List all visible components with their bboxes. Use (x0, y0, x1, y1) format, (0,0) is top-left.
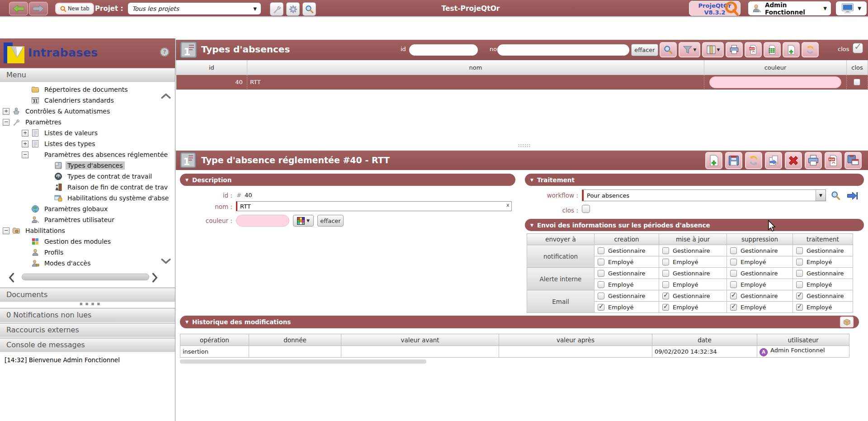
notifications-panel-header[interactable]: 0 Notifications non lues (0, 308, 175, 322)
back-button[interactable] (9, 2, 28, 15)
tree-item[interactable]: +Contrôles & Automatismes (0, 106, 173, 117)
menu-header[interactable]: Menu (0, 68, 175, 82)
pdf-button[interactable]: PDF (825, 152, 842, 169)
clos-filter-checkbox[interactable] (853, 43, 863, 53)
hist-col-date[interactable]: date (652, 334, 757, 346)
filter-button[interactable]: ▼ (679, 42, 700, 57)
envoi-checkbox[interactable] (662, 293, 669, 299)
id-filter-input[interactable] (409, 44, 478, 56)
workflow-goto-icon[interactable] (847, 191, 858, 201)
envoi-checkbox[interactable] (730, 304, 737, 311)
project-settings-button[interactable] (286, 2, 300, 16)
row-clos-checkbox[interactable] (854, 79, 860, 85)
shortcuts-panel-header[interactable]: Raccourcis externes (0, 323, 175, 337)
tree-expander-icon[interactable]: + (3, 108, 9, 115)
tree-item[interactable]: Paramètres globaux (0, 203, 173, 214)
col-header-couleur[interactable]: couleur (704, 60, 847, 75)
pdf-button[interactable]: PDF (745, 42, 762, 57)
tree-scroll-up-icon[interactable] (161, 93, 171, 99)
envoi-checkbox[interactable] (598, 293, 604, 299)
tree-hscrollbar-thumb[interactable] (22, 274, 149, 280)
save-button[interactable] (725, 152, 742, 169)
documents-panel-header[interactable]: Documents (0, 288, 175, 302)
color-picker-button[interactable]: ▼ (293, 215, 314, 227)
envoi-checkbox[interactable] (598, 304, 604, 311)
section-historique[interactable]: ▼ Historique des modifications (180, 316, 859, 328)
refresh-button[interactable] (802, 42, 819, 57)
envoi-checkbox[interactable] (662, 247, 669, 254)
console-panel-header[interactable]: Console de messages (0, 338, 175, 352)
print-button[interactable] (726, 42, 743, 57)
tree-item[interactable]: Raison de fin de contrat de trav (0, 182, 173, 193)
tree-item[interactable]: −Paramètres des absences réglementée (0, 149, 173, 160)
add-button[interactable] (783, 42, 800, 57)
tree-expander-icon[interactable]: − (3, 119, 9, 126)
hist-col-avant[interactable]: valeur avant (341, 334, 499, 346)
tree-item[interactable]: Types de contrat de travail (0, 171, 173, 182)
col-header-clos[interactable]: clos (846, 60, 868, 75)
envoi-checkbox[interactable] (730, 247, 737, 254)
clear-filter-button[interactable]: effacer (631, 44, 658, 56)
tree-item[interactable]: Répertoires de documents (0, 84, 173, 95)
hist-col-donnee[interactable]: donnée (249, 334, 341, 346)
envoi-checkbox[interactable] (796, 281, 803, 288)
envoi-checkbox[interactable] (662, 281, 669, 288)
hist-col-apres[interactable]: valeur après (499, 334, 652, 346)
envoi-checkbox[interactable] (730, 270, 737, 277)
tree-scroll-left-icon[interactable] (8, 273, 14, 282)
section-envoi[interactable]: ▼ Envoi des informations sur les période… (525, 219, 864, 231)
envoi-checkbox[interactable] (796, 293, 803, 299)
envoi-checkbox[interactable] (796, 270, 803, 277)
envoi-checkbox[interactable] (730, 281, 737, 288)
envoi-checkbox[interactable] (662, 304, 669, 311)
tree-scroll-right-icon[interactable] (152, 273, 158, 282)
archive-button[interactable] (840, 317, 854, 327)
envoi-checkbox[interactable] (796, 259, 803, 265)
tree-expander-icon[interactable]: + (22, 141, 28, 147)
col-header-nom[interactable]: nom (247, 60, 704, 75)
project-select[interactable]: Tous les projets ▼ (128, 3, 261, 14)
envoi-checkbox[interactable] (598, 259, 604, 265)
tree-expander-icon[interactable]: − (22, 151, 28, 158)
search-project-button[interactable] (302, 2, 316, 16)
tree-item[interactable]: +Listes de valeurs (0, 128, 173, 138)
envoi-checkbox[interactable] (796, 247, 803, 254)
tree-expander-icon[interactable]: + (22, 130, 28, 137)
edit-project-button[interactable] (270, 2, 283, 16)
envoi-checkbox[interactable] (598, 281, 604, 288)
tree-item[interactable]: Profils (0, 247, 173, 258)
panel-splitter-handle[interactable]: ■ ■ ■ ■ (80, 303, 101, 305)
tree-item[interactable]: −Habilitations (0, 225, 173, 236)
tree-item[interactable]: Paramètres utilisateur (0, 214, 173, 225)
tree-scroll-down-icon[interactable] (161, 258, 171, 265)
refresh-button[interactable] (745, 152, 762, 169)
tree-item[interactable]: Types d'absences (0, 160, 173, 171)
nom-filter-input[interactable] (497, 44, 629, 56)
envoi-checkbox[interactable] (662, 259, 669, 265)
nom-input[interactable] (236, 201, 512, 211)
copy-button[interactable] (765, 152, 782, 169)
panel-resize-handle[interactable]: ∙∙∙∙∙∙∙∙∙∙∙∙ (512, 144, 537, 147)
section-description[interactable]: ▼ Description (180, 174, 515, 186)
tree-item[interactable]: Modes d'accès (0, 258, 173, 269)
table-row[interactable]: 40 RTT (176, 75, 868, 90)
add-button[interactable] (705, 152, 722, 169)
delete-button[interactable] (785, 152, 802, 169)
clear-color-button[interactable]: effacer (317, 215, 344, 227)
tree-item[interactable]: Habilitations du système d'abse (0, 193, 173, 203)
user-menu-button[interactable]: Admin Fonctionnel ▼ (748, 1, 831, 15)
columns-button[interactable]: ▼ (702, 42, 724, 57)
tree-expander-icon[interactable]: − (3, 227, 9, 234)
envoi-checkbox[interactable] (730, 293, 737, 299)
workflow-select[interactable]: Pour absences ▼ (582, 189, 826, 201)
help-icon[interactable]: ? (159, 47, 170, 57)
historique-hscrollbar-thumb[interactable] (180, 360, 426, 364)
save-close-button[interactable] (844, 152, 862, 169)
forward-button[interactable] (29, 2, 48, 15)
section-traitement[interactable]: ▼ Traitement (525, 174, 864, 186)
search-button[interactable] (660, 42, 677, 57)
envoi-checkbox[interactable] (796, 304, 803, 311)
excel-button[interactable] (764, 42, 781, 57)
display-mode-button[interactable]: ▼ (836, 1, 867, 15)
envoi-checkbox[interactable] (662, 270, 669, 277)
